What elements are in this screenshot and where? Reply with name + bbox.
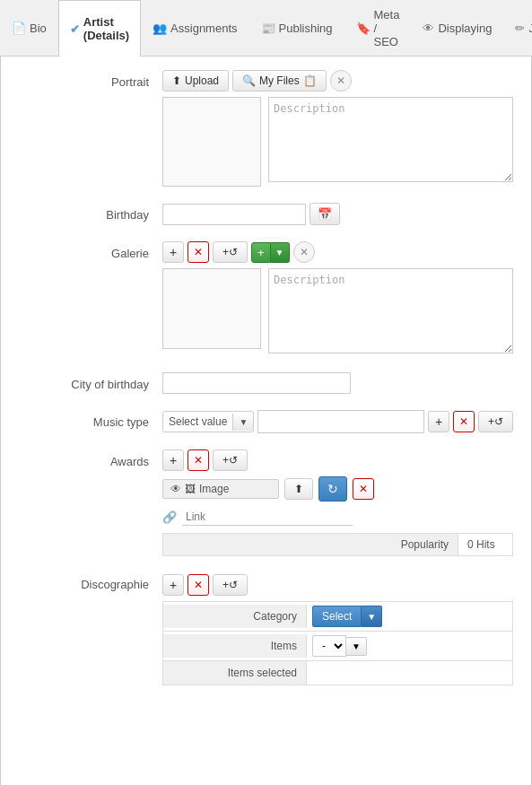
awards-refresh-blue-button[interactable]: ↻ [318,476,347,502]
music-type-label: Music type [19,410,162,429]
birthday-input-group: 📅 [162,203,513,225]
portrait-area [162,97,513,187]
publishing-icon: 📰 [261,22,275,35]
galerie-green-dropdown-button[interactable]: ▼ [271,242,290,263]
awards-link-area: 🔗 [162,509,513,526]
awards-image-preview: 👁 🖼 Image [162,479,279,499]
galerie-add-button[interactable]: + [162,241,184,263]
discographie-select-group: Select ▼ [312,606,382,627]
discographie-items-selected-label: Items selected [163,661,307,685]
music-type-text-input[interactable] [257,410,424,433]
awards-field: + ✕ +↺ 👁 🖼 Image ⬆ ↻ ✕ 🔗 Popularity [162,449,513,556]
tab-assignments[interactable]: 👥 Assignments [141,0,249,56]
awards-add-button[interactable]: + [162,449,184,471]
discographie-items-select-wrap: - ▼ [312,635,367,657]
discographie-items-row: Items - ▼ [163,632,512,661]
music-type-dropdown-arrow[interactable]: ▼ [232,414,253,431]
galerie-field: + ✕ +↺ + ▼ ✕ [162,241,513,356]
portrait-clear-button[interactable]: ✕ [330,70,352,92]
music-type-select-value[interactable]: Select value [163,412,232,432]
awards-remove-button[interactable]: ✕ [188,449,209,471]
portrait-description-area [268,97,513,185]
city-of-birthday-input[interactable] [162,372,351,394]
bio-icon: 📄 [12,22,26,35]
music-type-select-wrapper: Select value ▼ [162,411,254,432]
link-icon: 🔗 [162,510,177,524]
galerie-refresh-add-button[interactable]: +↺ [213,241,248,263]
awards-link-input[interactable] [182,509,353,526]
galerie-images-area [162,268,513,356]
awards-upload-button[interactable]: ⬆ [284,478,313,500]
discographie-refresh-add-button[interactable]: +↺ [213,574,248,596]
music-type-field: Select value ▼ + ✕ +↺ [162,410,513,433]
portrait-myfiles-button[interactable]: 🔍 My Files 📋 [232,70,327,92]
tab-meta-seo[interactable]: 🔖 Meta / SEO [344,0,412,56]
discographie-field: + ✕ +↺ Category Select ▼ Items [162,574,513,685]
awards-refresh-add-button[interactable]: +↺ [213,449,248,471]
galerie-green-plus-button[interactable]: + [251,242,271,263]
galerie-description-input[interactable] [268,268,513,353]
tab-bar: 📄 Bio ✔ Artist (Details) 👥 Assignments 📰… [0,0,532,57]
awards-popularity-row: Popularity 0 Hits [162,533,513,556]
music-type-remove-button[interactable]: ✕ [453,411,475,432]
portrait-row: Portrait ⬆ Upload 🔍 My Files 📋 ✕ [19,70,513,187]
awards-clear-image-button[interactable]: ✕ [353,478,374,500]
awards-row: Awards + ✕ +↺ 👁 🖼 Image ⬆ ↻ ✕ 🔗 [19,449,513,556]
galerie-row: Galerie + ✕ +↺ + ▼ ✕ [19,241,513,356]
calendar-button[interactable]: 📅 [310,203,340,225]
discographie-add-button[interactable]: + [162,574,184,596]
galerie-buttons: + ✕ +↺ + ▼ ✕ [162,241,513,263]
galerie-image-box [162,268,261,349]
main-content: Portrait ⬆ Upload 🔍 My Files 📋 ✕ [0,57,532,785]
portrait-field: ⬆ Upload 🔍 My Files 📋 ✕ [162,70,513,187]
awards-label: Awards [19,449,162,468]
portrait-upload-button[interactable]: ⬆ Upload [162,70,229,92]
discographie-category-label: Category [163,605,307,628]
discographie-table: Category Select ▼ Items - [162,601,513,685]
assignments-icon: 👥 [153,22,167,35]
discographie-items-select[interactable]: - [312,635,346,657]
galerie-green-add: + ▼ [251,242,290,263]
copy-icon: 📋 [303,74,317,87]
tab-joom[interactable]: ✏ Joom [503,0,532,56]
portrait-image-box [162,97,261,187]
portrait-buttons: ⬆ Upload 🔍 My Files 📋 ✕ [162,70,513,92]
birthday-row: Birthday 📅 [19,203,513,225]
portrait-label: Portrait [19,70,162,89]
image-icon: 🖼 [185,483,196,495]
discographie-items-label: Items [163,634,307,658]
discographie-select-button[interactable]: Select [312,606,362,627]
galerie-remove-button[interactable]: ✕ [188,241,209,263]
birthday-field: 📅 [162,203,513,225]
discographie-category-value: Select ▼ [307,602,512,631]
tab-bio[interactable]: 📄 Bio [0,0,58,56]
awards-popularity-value: 0 Hits [458,534,512,555]
awards-image-row: 👁 🖼 Image ⬆ ↻ ✕ [162,476,513,502]
city-of-birthday-label: City of birthday [19,372,162,391]
discographie-remove-button[interactable]: ✕ [188,574,209,596]
discographie-items-selected-row: Items selected [163,661,512,685]
check-icon: ✔ [70,22,80,36]
discographie-category-row: Category Select ▼ [163,602,512,632]
music-type-refresh-button[interactable]: +↺ [478,411,513,432]
tab-artist-details[interactable]: ✔ Artist (Details) [58,0,141,57]
awards-buttons: + ✕ +↺ [162,449,513,471]
music-type-row: Music type Select value ▼ + ✕ +↺ [19,410,513,433]
tab-displaying[interactable]: 👁 Displaying [411,0,503,56]
birthday-label: Birthday [19,203,162,222]
discographie-items-value: - ▼ [307,632,512,660]
discographie-label: Discographie [19,572,162,591]
music-type-add-button[interactable]: + [428,411,449,432]
tab-publishing[interactable]: 📰 Publishing [249,0,344,56]
galerie-label: Galerie [19,241,162,260]
discographie-items-dropdown[interactable]: ▼ [346,637,367,656]
discographie-items-selected-value [307,669,512,676]
galerie-clear-button[interactable]: ✕ [293,241,315,263]
search-icon: 🔍 [242,74,256,87]
portrait-description-input[interactable] [268,97,513,182]
discographie-row: Discographie + ✕ +↺ Category Select ▼ [19,572,513,685]
birthday-text-input[interactable] [162,204,306,225]
eye-icon: 👁 [170,483,181,495]
awards-popularity-label: Popularity [163,534,458,555]
discographie-select-dropdown[interactable]: ▼ [362,606,382,627]
